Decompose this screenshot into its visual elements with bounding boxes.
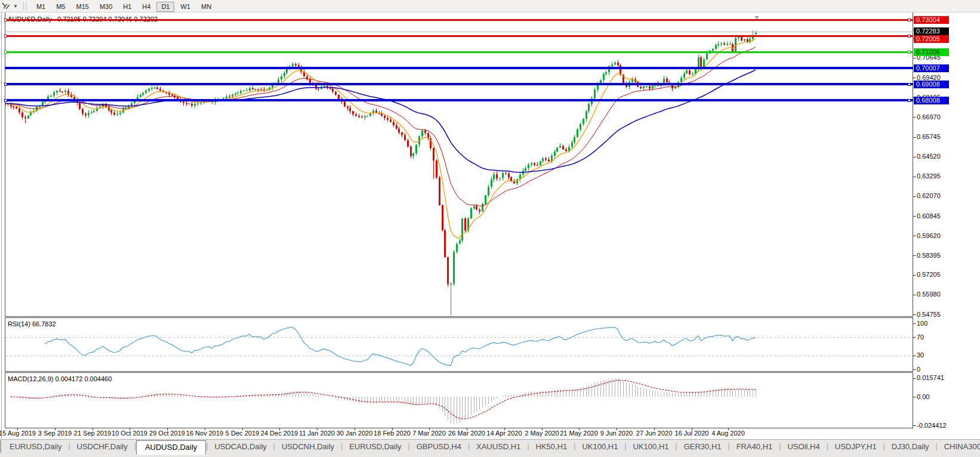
date-label: 4 Aug 2020	[711, 430, 745, 437]
date-label: 10 Oct 2019	[112, 430, 147, 437]
chart-shift-marker[interactable]	[754, 16, 759, 20]
chart-tab-china300-h1[interactable]: CHINA300,H1	[938, 440, 980, 453]
chart-tab-eurusd-daily[interactable]: EURUSD,Daily	[3, 440, 68, 453]
price-axis-tick: 0.66970	[917, 113, 941, 121]
timeframe-button-w1[interactable]: W1	[175, 2, 195, 12]
chart-tab-hk50-h1[interactable]: HK50,H1	[529, 440, 574, 453]
bid-price-line	[5, 32, 913, 32]
price-badge-0.72005: 0.72005	[914, 35, 949, 43]
macd-axis-tick: -0.024412	[917, 422, 947, 429]
horizontal-line-0.73004[interactable]	[5, 19, 913, 21]
line-handle-right[interactable]	[908, 99, 911, 102]
macd-axis-tick: 0.015741	[917, 374, 944, 381]
timeframe-button-m15[interactable]: M15	[71, 2, 93, 12]
timeframe-button-d1[interactable]: D1	[156, 2, 174, 12]
chart-tab-dj30-daily[interactable]: DJ30,Daily	[885, 440, 936, 453]
date-label: 2 May 2020	[525, 430, 559, 437]
date-label: 16 Nov 2019	[186, 430, 223, 437]
price-axis-tick: 0.58395	[917, 252, 941, 259]
price-badge-0.71006: 0.71006	[914, 48, 949, 56]
chart-tab-usoil-h4[interactable]: USOil,H4	[781, 440, 826, 453]
line-handle-left[interactable]	[4, 83, 7, 86]
horizontal-line-0.72005[interactable]	[5, 35, 913, 37]
chart-tab-fra40-h1[interactable]: FRA40,H1	[730, 440, 779, 453]
price-axis-tick: 0.63295	[917, 172, 941, 180]
date-label: 14 Apr 2020	[486, 430, 522, 437]
date-label: 24 Dec 2019	[261, 430, 298, 437]
rsi-axis-tick: 30	[917, 351, 924, 359]
toolbar-grip	[23, 2, 26, 10]
date-label: 27 Jun 2020	[636, 430, 673, 437]
chart-tab-usdchf-daily[interactable]: USDCHF,Daily	[70, 440, 134, 453]
horizontal-line-0.68008[interactable]	[5, 99, 913, 101]
date-label: 26 Mar 2020	[448, 430, 485, 437]
timeframe-button-m30[interactable]: M30	[95, 2, 117, 12]
price-axis-tick: 0.64520	[917, 153, 941, 160]
chart-tab-usdjpy-h1[interactable]: USDJPY,H1	[828, 440, 883, 453]
price-badge-0.69008: 0.69008	[914, 81, 949, 88]
chart-tab-usdcnh-daily[interactable]: USDCNH,Daily	[275, 440, 341, 453]
date-label: 11 Jan 2020	[299, 430, 335, 437]
mt4-chart-window: ▼ M1M5M15M30H1H4D1W1MN AUDUSD,Daily0.721…	[0, 0, 980, 457]
rsi-axis-tick: 0	[917, 366, 920, 373]
price-badge-0.68008: 0.68008	[914, 97, 949, 104]
timeframe-button-m5[interactable]: M5	[51, 2, 70, 12]
dropdown-caret-icon[interactable]: ▼	[13, 4, 18, 9]
chart-tab-gbpusd-h4[interactable]: GBPUSD,H4	[410, 440, 468, 453]
price-badge-0.73004: 0.73004	[914, 16, 949, 24]
macd-axis-tick: 0.00	[917, 393, 929, 400]
line-handle-right[interactable]	[908, 35, 911, 38]
date-label: 18 Feb 2020	[374, 430, 411, 437]
line-handle-left[interactable]	[4, 99, 7, 102]
timeframe-button-m1[interactable]: M1	[32, 2, 50, 12]
line-handle-right[interactable]	[908, 51, 911, 54]
price-axis-tick: 0.57205	[917, 271, 941, 278]
date-label: 16 Jul 2020	[675, 430, 709, 437]
price-axis-tick: 0.65745	[917, 133, 941, 140]
price-axis-tick: 0.54755	[917, 311, 941, 318]
toolbar: ▼ M1M5M15M30H1H4D1W1MN	[0, 0, 980, 13]
date-label: 3 Sep 2019	[38, 430, 72, 437]
timeframe-button-h1[interactable]: H1	[118, 2, 136, 12]
line-handle-left[interactable]	[4, 18, 7, 21]
line-handle-right[interactable]	[908, 83, 911, 86]
date-label: 21 May 2020	[560, 430, 598, 437]
horizontal-line-0.70007[interactable]	[5, 67, 913, 69]
timeframe-button-mn[interactable]: MN	[196, 2, 216, 12]
date-label: 30 Jan 2020	[337, 430, 373, 437]
chart-tab-xauusd-h1[interactable]: XAUUSD,H1	[470, 440, 527, 453]
macd-indicator-label: MACD(12,26,9) 0.004172 0.004460	[8, 375, 112, 382]
chart-tabs-bar: EURUSD,Daily|USDCHF,Daily|AUDUSD,Daily|U…	[0, 439, 980, 457]
bid-price-badge: 0.72283	[914, 27, 949, 35]
date-label: 21 Sep 2019	[74, 430, 111, 437]
timeframe-toolbar: M1M5M15M30H1H4D1W1MN	[31, 1, 217, 11]
date-label: 5 Dec 2019	[226, 430, 259, 437]
price-axis-tick: 0.60845	[917, 212, 941, 220]
timeframe-button-h4[interactable]: H4	[137, 2, 155, 12]
rsi-axis-tick: 100	[917, 320, 927, 327]
chart-tab-uk100-h1[interactable]: UK100,H1	[627, 440, 676, 453]
chart-tab-uk100-h1[interactable]: UK100,H1	[575, 440, 624, 453]
chart-tab-ger30-h1[interactable]: GER30,H1	[677, 440, 728, 453]
price-axis-tick: 0.55980	[917, 291, 941, 298]
chart-tab-audusd-daily[interactable]: AUDUSD,Daily	[136, 440, 206, 455]
date-label: 29 Oct 2019	[149, 430, 185, 437]
rsi-axis-tick: 70	[917, 334, 924, 341]
tab-stub	[0, 440, 1, 453]
line-handle-left[interactable]	[4, 35, 7, 38]
price-axis-tick: 0.62070	[917, 192, 941, 199]
chart-tab-eurusd-daily[interactable]: EURUSD,Daily	[343, 440, 408, 453]
crosshair-tool-icon[interactable]	[2, 2, 11, 10]
line-handle-left[interactable]	[4, 51, 7, 54]
price-badge-0.70007: 0.70007	[914, 64, 949, 72]
date-label: 7 Mar 2020	[412, 430, 446, 437]
horizontal-line-0.71006[interactable]	[5, 51, 913, 53]
chart-tab-usdcad-daily[interactable]: USDCAD,Daily	[208, 440, 273, 453]
price-axis-tick: 0.59620	[917, 232, 941, 239]
horizontal-line-0.69008[interactable]	[5, 83, 913, 85]
rsi-indicator-label: RSI(14) 66.7832	[8, 320, 56, 328]
date-label: 9 Jun 2020	[600, 430, 633, 437]
line-handle-right[interactable]	[908, 18, 911, 21]
date-label: 15 Aug 2019	[0, 430, 36, 437]
